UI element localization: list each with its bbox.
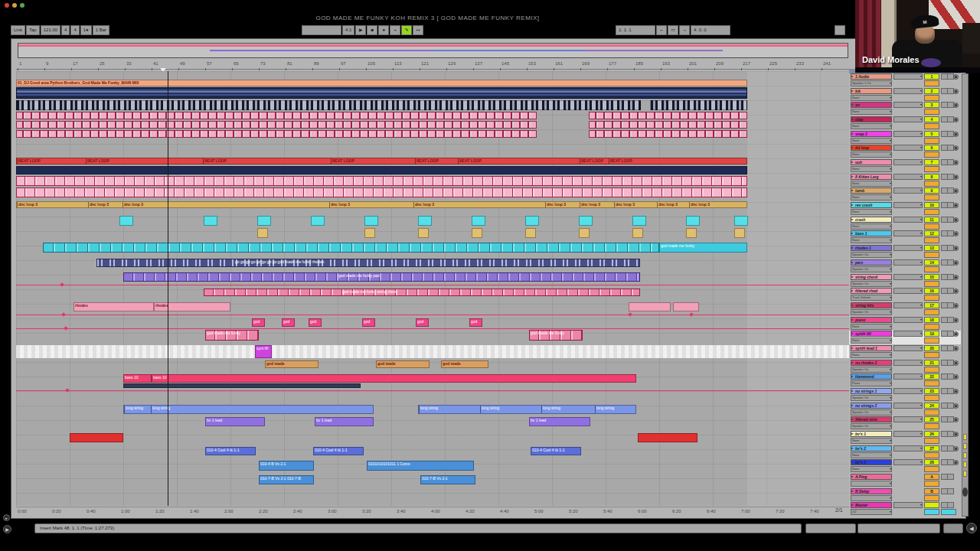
- track-header-kik[interactable]: kik2None: [849, 88, 961, 102]
- value-box[interactable]: [924, 181, 939, 187]
- track-activator[interactable]: 8: [924, 174, 939, 180]
- track-name[interactable]: clap: [851, 116, 892, 122]
- device-chooser[interactable]: [893, 302, 923, 308]
- track-activator[interactable]: 20: [924, 345, 939, 351]
- track-header-1-audio[interactable]: 1 Audio1Speaker 1 On: [849, 73, 961, 87]
- clip[interactable]: [629, 302, 671, 311]
- track-activator[interactable]: 13: [924, 245, 939, 251]
- clip[interactable]: [632, 228, 643, 238]
- track-activator[interactable]: 10: [924, 202, 939, 208]
- control-chooser[interactable]: Speaker On: [851, 252, 892, 258]
- device-chooser[interactable]: [893, 259, 923, 266]
- clip[interactable]: [43, 243, 659, 253]
- clip[interactable]: god made me funky pad: [123, 272, 640, 282]
- clip[interactable]: [16, 121, 537, 129]
- arm-button[interactable]: [953, 303, 959, 308]
- clip[interactable]: [734, 216, 748, 226]
- device-chooser[interactable]: [893, 459, 923, 465]
- control-chooser[interactable]: Track Volume: [851, 295, 892, 301]
- clip[interactable]: [589, 112, 747, 119]
- track-activator[interactable]: 27: [924, 445, 939, 452]
- track-name[interactable]: rev crash: [851, 202, 892, 208]
- clip[interactable]: [632, 216, 646, 226]
- value-box[interactable]: [924, 481, 939, 487]
- track-name[interactable]: B Delay: [851, 488, 892, 494]
- track-name[interactable]: kik: [851, 88, 892, 94]
- arm-button[interactable]: [953, 217, 959, 223]
- arm-button[interactable]: [953, 417, 959, 422]
- clip[interactable]: 010-4 Cool 4 tk 1-1: [205, 447, 256, 455]
- control-chooser[interactable]: None: [851, 209, 892, 215]
- transport-button[interactable]: 4: [70, 25, 79, 35]
- track-header-nu-strings-2[interactable]: nu strings 224Speaker On: [849, 403, 961, 416]
- value-box[interactable]: [924, 152, 939, 158]
- track-name[interactable]: 8 Kitten Larg: [851, 174, 892, 180]
- track-activator[interactable]: 9: [924, 187, 939, 194]
- track-header-nu-strings-1[interactable]: nu strings 123Speaker On: [849, 388, 961, 402]
- device-chooser[interactable]: [893, 317, 923, 323]
- track-activator[interactable]: 25: [924, 416, 939, 422]
- track-name[interactable]: A Ping: [851, 474, 892, 480]
- control-chooser[interactable]: Speaker On: [851, 309, 892, 315]
- clip[interactable]: [673, 302, 699, 311]
- transport-button[interactable]: Tap: [26, 25, 40, 35]
- track-name[interactable]: sn: [851, 102, 892, 108]
- track-name[interactable]: nu rhodes 2: [851, 360, 892, 366]
- bar-ruler[interactable]: 1917253341495765738189971051131211291371…: [16, 60, 849, 70]
- value-box[interactable]: [924, 367, 939, 373]
- device-chooser[interactable]: [893, 288, 923, 294]
- device-chooser[interactable]: [893, 187, 923, 194]
- clip[interactable]: long stringlong string: [123, 405, 374, 414]
- device-chooser[interactable]: [893, 388, 923, 394]
- track-activator[interactable]: 16: [924, 288, 939, 294]
- track-activator[interactable]: 14: [924, 259, 939, 266]
- track-header-tamb[interactable]: tamb9None: [849, 187, 961, 201]
- track-name[interactable]: bv's 1: [851, 431, 892, 437]
- minimize-window-icon[interactable]: [12, 3, 17, 8]
- value-box[interactable]: [924, 281, 939, 287]
- control-chooser[interactable]: Speaker On: [851, 281, 892, 287]
- control-chooser[interactable]: None: [851, 324, 892, 330]
- control-chooser[interactable]: None: [851, 123, 892, 129]
- track-name[interactable]: crash: [851, 217, 892, 223]
- track-name[interactable]: synth lead 1: [851, 345, 892, 351]
- value-box[interactable]: [924, 452, 939, 458]
- device-chooser[interactable]: [893, 217, 923, 223]
- track-header-string-hits[interactable]: string hits17Speaker On: [849, 302, 961, 316]
- draw-mode-button[interactable]: ✎: [401, 25, 412, 35]
- clip[interactable]: [123, 383, 361, 388]
- arm-button[interactable]: [953, 188, 959, 194]
- track-header-rhodes-1[interactable]: rhodes 113Speaker On: [849, 245, 961, 259]
- control-chooser[interactable]: None: [851, 109, 892, 115]
- track-activator[interactable]: 23: [924, 388, 939, 394]
- control-chooser[interactable]: Piano: [851, 380, 892, 386]
- value-box[interactable]: [924, 495, 939, 501]
- automation-breakpoint[interactable]: [61, 312, 66, 317]
- clip[interactable]: [525, 216, 539, 226]
- arm-button[interactable]: [953, 346, 959, 351]
- track-name[interactable]: perc: [851, 259, 892, 266]
- clip[interactable]: [472, 216, 485, 226]
- value-box[interactable]: [924, 438, 939, 444]
- follow-button[interactable]: ↦: [413, 25, 423, 35]
- show-info-icon[interactable]: ▸: [3, 514, 10, 521]
- control-chooser[interactable]: Speaker On: [851, 409, 892, 416]
- value-box[interactable]: [924, 295, 939, 301]
- value-box[interactable]: [924, 109, 939, 115]
- play-button[interactable]: ▶: [355, 25, 366, 35]
- control-chooser[interactable]: Speaker 1 On: [851, 80, 892, 86]
- arm-button[interactable]: [953, 231, 959, 236]
- clip[interactable]: BEAT LOOPBEAT LOOPBEAT LOOPBEAT LOOPBEAT…: [16, 158, 747, 165]
- track-name[interactable]: uuh: [851, 159, 892, 165]
- clip[interactable]: go go go go go go go go god made me funk…: [96, 259, 640, 267]
- track-header-bv-s-1[interactable]: bv's 126None: [849, 431, 961, 445]
- track-activator[interactable]: 12: [924, 230, 939, 236]
- loop-length-field[interactable]: 4. 0. 0: [691, 25, 730, 35]
- clip[interactable]: [16, 345, 849, 358]
- track-activator[interactable]: 19: [924, 331, 939, 337]
- track-activator[interactable]: 24: [924, 403, 939, 409]
- control-chooser[interactable]: 1/2: [851, 509, 892, 515]
- value-box[interactable]: [924, 395, 939, 401]
- track-name[interactable]: bv's 2: [851, 445, 892, 452]
- device-chooser[interactable]: [893, 445, 923, 452]
